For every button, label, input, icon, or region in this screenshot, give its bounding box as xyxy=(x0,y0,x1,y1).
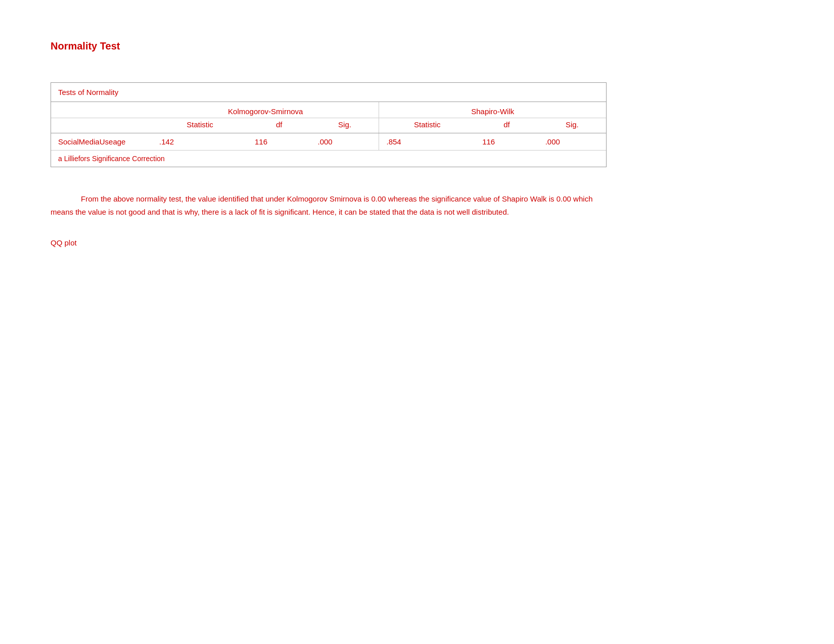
sw-sig-header: Sig. xyxy=(538,118,606,133)
sw-group-header: Shapiro-Wilk xyxy=(379,102,606,118)
table-title: Tests of Normality xyxy=(51,83,606,102)
sw-df-value: 116 xyxy=(475,133,538,151)
ks-sig-header: Sig. xyxy=(311,118,379,133)
qq-plot-label: QQ plot xyxy=(51,238,783,247)
ks-df-header: df xyxy=(248,118,311,133)
sw-sig-value: .000 xyxy=(538,133,606,151)
group-header-row: Kolmogorov-Smirnova Shapiro-Wilk xyxy=(51,102,606,118)
sw-statistic-value: .854 xyxy=(379,133,475,151)
row-name: SocialMediaUseage xyxy=(51,133,152,151)
description-paragraph: From the above normality test, the value… xyxy=(51,192,607,218)
normality-table: Kolmogorov-Smirnova Shapiro-Wilk Statist… xyxy=(51,102,606,167)
ks-sig-value: .000 xyxy=(311,133,379,151)
table-row: SocialMediaUseage .142 116 .000 .854 116… xyxy=(51,133,606,151)
ks-group-header: Kolmogorov-Smirnova xyxy=(152,102,379,118)
ks-statistic-header: Statistic xyxy=(152,118,248,133)
footnote-row: a Lilliefors Significance Correction xyxy=(51,151,606,167)
sw-statistic-header: Statistic xyxy=(379,118,475,133)
page-title: Normality Test xyxy=(51,40,783,52)
row-label-header xyxy=(51,118,152,133)
empty-header xyxy=(51,102,152,118)
sw-df-header: df xyxy=(475,118,538,133)
ks-statistic-value: .142 xyxy=(152,133,248,151)
normality-table-container: Tests of Normality Kolmogorov-Smirnova S… xyxy=(51,82,607,167)
col-header-row: Statistic df Sig. Statistic df Sig. xyxy=(51,118,606,133)
ks-df-value: 116 xyxy=(248,133,311,151)
footnote-text: a Lilliefors Significance Correction xyxy=(51,151,606,167)
